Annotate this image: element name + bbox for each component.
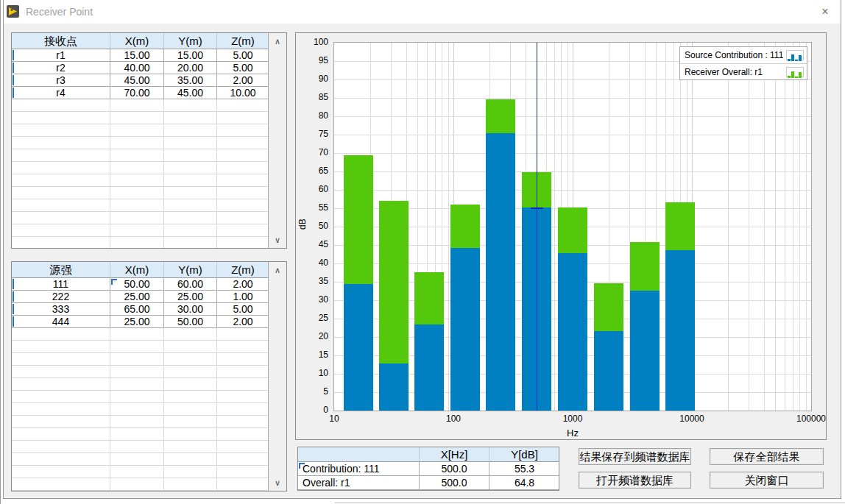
table-cell[interactable] [12,328,110,341]
table-cell[interactable]: 2.00 [217,316,269,328]
table-cell[interactable] [217,199,269,212]
close-icon[interactable]: × [814,4,836,20]
table-cell[interactable]: 25.00 [110,291,164,303]
table-cell[interactable] [217,224,269,237]
table-cell[interactable] [12,137,110,149]
table-cell[interactable] [217,391,269,403]
table-cell[interactable]: 60.00 [164,278,217,291]
table-cell[interactable] [217,441,269,453]
table-cell[interactable]: 111 [12,278,110,291]
vertical-scrollbar[interactable]: ∧∨ [268,262,286,491]
table-cell[interactable] [110,224,164,237]
table-cell[interactable] [217,137,269,149]
table-cell[interactable] [12,403,110,416]
table-cell[interactable] [164,174,217,187]
table-cell[interactable] [110,416,164,428]
legend-entry[interactable]: Receiver Overall: r1 [680,63,807,80]
table-cell[interactable] [164,224,217,237]
table-cell[interactable]: 70.00 [110,87,164,99]
table-cell[interactable]: 35.00 [164,74,217,87]
table-cell[interactable] [12,341,110,353]
table-cell[interactable]: 45.00 [110,74,164,87]
table-cell[interactable]: 50.00 [110,278,164,291]
table-cell[interactable]: 65.00 [110,303,164,316]
table-cell[interactable] [12,99,110,112]
table-cell[interactable]: 2.00 [217,74,269,87]
table-cell[interactable] [110,478,164,491]
table-cell[interactable] [217,341,269,353]
table-cell[interactable] [164,466,217,478]
table-cell[interactable]: Contribution: 111 [298,462,420,476]
table-cell[interactable] [110,391,164,403]
table-cell[interactable]: 20.00 [164,62,217,74]
table-cell[interactable] [164,112,217,124]
table-cell[interactable] [12,124,110,137]
table-cell[interactable]: 1.00 [217,291,269,303]
table-cell[interactable]: 5.00 [217,62,269,74]
table-cell[interactable] [164,366,217,378]
table-cell[interactable] [164,99,217,112]
table-cell[interactable] [217,378,269,391]
table-cell[interactable]: 222 [12,291,110,303]
table-cell[interactable] [12,478,110,491]
table-cell[interactable] [217,99,269,112]
scroll-up-icon[interactable]: ∧ [269,265,286,275]
table-cell[interactable] [217,162,269,174]
table-cell[interactable] [164,137,217,149]
cursor-readout-table[interactable]: X[Hz]Y[dB]Contribution: 111500.055.3Over… [297,447,559,491]
table-cell[interactable] [110,403,164,416]
scroll-down-icon[interactable]: ∨ [269,478,286,488]
receiver-point-table[interactable]: 接收点X(m)Y(m)Z(m)r115.0015.005.00r240.0020… [11,32,287,249]
table-cell[interactable] [12,416,110,428]
table-cell[interactable] [12,391,110,403]
save-all-results-button[interactable]: 保存全部结果 [710,448,824,465]
table-cell[interactable] [12,174,110,187]
table-cell[interactable] [217,174,269,187]
table-cell[interactable] [12,466,110,478]
table-cell[interactable] [12,353,110,366]
table-cell[interactable] [110,174,164,187]
table-cell[interactable] [164,328,217,341]
table-cell[interactable] [164,453,217,466]
table-cell[interactable] [217,353,269,366]
table-cell[interactable] [217,124,269,137]
table-cell[interactable] [110,328,164,341]
table-cell[interactable] [164,478,217,491]
table-cell[interactable] [217,212,269,224]
table-cell[interactable] [12,162,110,174]
table-cell[interactable]: 55.3 [489,462,559,476]
table-cell[interactable]: 500.0 [420,476,489,490]
table-cell[interactable] [164,391,217,403]
table-cell[interactable] [164,212,217,224]
table-cell[interactable] [110,162,164,174]
table-cell[interactable]: 15.00 [110,49,164,62]
table-cell[interactable] [110,99,164,112]
table-cell[interactable] [164,149,217,162]
table-cell[interactable] [164,428,217,441]
table-cell[interactable] [110,137,164,149]
table-cell[interactable] [217,403,269,416]
table-cell[interactable] [110,212,164,224]
table-cell[interactable] [164,403,217,416]
scroll-down-icon[interactable]: ∨ [269,235,286,245]
table-cell[interactable]: 500.0 [420,462,489,476]
cursor-crosshair[interactable] [531,207,543,209]
table-cell[interactable] [164,341,217,353]
table-cell[interactable]: 30.00 [164,303,217,316]
table-cell[interactable] [110,237,164,249]
table-cell[interactable] [110,366,164,378]
vertical-scrollbar[interactable]: ∧∨ [268,33,286,248]
table-cell[interactable] [217,237,269,249]
table-cell[interactable]: 5.00 [217,303,269,316]
table-cell[interactable] [164,353,217,366]
table-cell[interactable]: 64.8 [489,476,559,490]
table-cell[interactable] [12,212,110,224]
table-cell[interactable] [164,416,217,428]
table-cell[interactable] [217,366,269,378]
table-cell[interactable] [164,187,217,199]
table-cell[interactable] [164,441,217,453]
table-cell[interactable]: 45.00 [164,87,217,99]
table-cell[interactable]: r4 [12,87,110,99]
open-spectrum-db-button[interactable]: 打开频谱数据库 [579,472,691,489]
table-cell[interactable] [217,453,269,466]
